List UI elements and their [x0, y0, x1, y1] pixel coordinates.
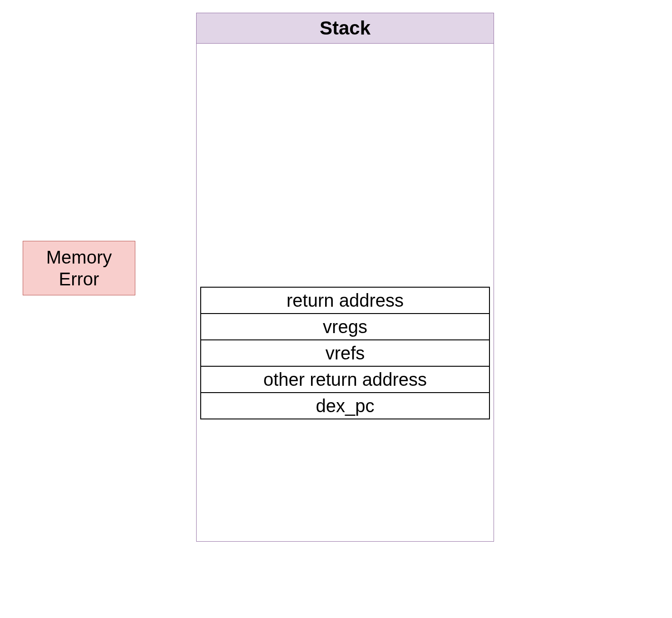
stack-row-label: return address	[287, 290, 404, 311]
stack-empty-top	[197, 44, 494, 288]
stack-row: other return address	[200, 366, 490, 393]
stack-row: vregs	[200, 313, 490, 340]
stack-container: Stack return address vregs vrefs other r…	[196, 13, 494, 542]
stack-row-label: dex_pc	[316, 396, 375, 416]
stack-title: Stack	[320, 17, 371, 39]
memory-error-label: Memory Error	[46, 246, 112, 290]
stack-row-label: vrefs	[326, 343, 365, 364]
memory-error-box: Memory Error	[23, 241, 135, 295]
stack-empty-bottom	[197, 419, 494, 541]
stack-row: return address	[200, 287, 490, 314]
stack-row-label: other return address	[263, 369, 427, 390]
stack-header: Stack	[196, 13, 494, 44]
stack-body: return address vregs vrefs other return …	[196, 44, 494, 542]
stack-row-label: vregs	[323, 317, 367, 337]
stack-row: dex_pc	[200, 392, 490, 419]
stack-row: vrefs	[200, 339, 490, 367]
